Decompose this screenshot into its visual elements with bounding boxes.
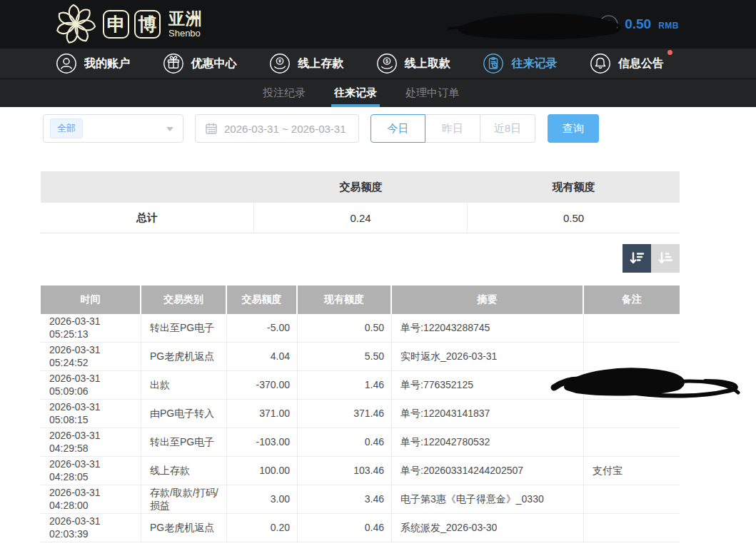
cell-type: 转出至PG电子 — [141, 428, 227, 457]
notification-badge — [667, 50, 672, 55]
balance-area: 0.50 RMB — [598, 0, 679, 49]
nav-item-my-account[interactable]: 我的账户 — [56, 53, 130, 74]
records-icon — [483, 53, 504, 74]
cell-balance: 0.46 — [298, 514, 392, 542]
date-range-input[interactable]: 2026-03-31 ~ 2026-03-31 — [195, 114, 359, 143]
site-logo[interactable]: 申 博 亚洲 Shenbo — [54, 0, 203, 49]
balance-amount: 0.50 — [625, 16, 651, 32]
yesterday-button[interactable]: 昨日 — [425, 114, 480, 143]
summary-header-transaction: 交易额度 — [254, 171, 468, 203]
cell-type: 转出至PG电子 — [141, 314, 227, 343]
transaction-type-select[interactable]: 全部 — [43, 114, 183, 143]
deposit-icon: ¥ — [269, 53, 291, 74]
cell-summary: 单号:122043288745 — [392, 314, 584, 343]
sort-descending-button[interactable] — [623, 244, 651, 273]
today-button[interactable]: 今日 — [371, 114, 425, 143]
cell-time: 2026-03-31 05:25:13 — [41, 314, 141, 343]
cell-type: PG老虎机返点 — [141, 514, 227, 542]
sort-descending-icon — [628, 250, 645, 267]
sort-ascending-icon — [657, 250, 674, 267]
cell-balance: 103.46 — [298, 457, 392, 485]
nav-item-online-deposit[interactable]: ¥ 线上存款 — [269, 53, 343, 74]
top-header-bar: 申 博 亚洲 Shenbo 0.50 RMB — [0, 0, 756, 49]
cell-remark — [584, 485, 680, 514]
summary-total-balance: 0.50 — [468, 203, 680, 233]
cell-amount: 0.20 — [227, 514, 298, 542]
cell-remark — [584, 400, 680, 428]
cell-amount: 4.04 — [227, 343, 298, 371]
tab-pending-orders[interactable]: 处理中订单 — [403, 79, 462, 107]
cell-amount: -103.00 — [227, 428, 298, 457]
balance-currency: RMB — [658, 21, 679, 31]
cell-remark: 支付宝 — [584, 457, 680, 485]
calendar-icon — [205, 122, 218, 135]
nav-item-online-withdrawal[interactable]: $ 线上取款 — [376, 53, 450, 74]
svg-text:¥: ¥ — [278, 59, 281, 64]
column-header-balance: 现有额度 — [298, 285, 392, 314]
bell-icon — [590, 53, 611, 74]
cell-time: 2026-03-31 05:08:15 — [41, 400, 141, 428]
summary-total-transaction: 0.24 — [254, 203, 468, 233]
cell-remark — [584, 343, 680, 371]
column-header-type: 交易类别 — [141, 285, 227, 314]
date-range-value: 2026-03-31 ~ 2026-03-31 — [224, 123, 346, 135]
cell-summary: 实时返水_2026-03-31 — [392, 343, 584, 371]
sub-navigation: 投注纪录 往来记录 处理中订单 — [0, 79, 756, 107]
withdraw-icon: $ — [376, 53, 398, 74]
hidden-account-icon — [488, 16, 508, 36]
cell-summary: 单号:202603314244202507 — [392, 457, 584, 485]
main-navigation: 我的账户 优惠中心 ¥ 线上存款 — [0, 49, 756, 79]
sort-toolbar — [623, 244, 680, 273]
column-header-time: 时间 — [41, 285, 141, 314]
cell-remark — [584, 514, 680, 542]
summary-table: 交易额度 现有额度 总计 0.24 0.50 — [41, 171, 680, 233]
tab-transaction-records[interactable]: 往来记录 — [331, 79, 380, 107]
column-header-amount: 交易额度 — [227, 285, 298, 314]
cell-time: 2026-03-31 04:29:58 — [41, 428, 141, 457]
cell-remark — [584, 314, 680, 343]
svg-text:$: $ — [385, 59, 388, 64]
cell-amount: -5.00 — [227, 314, 298, 343]
cell-time: 2026-03-31 02:03:39 — [41, 514, 141, 542]
nav-item-transaction-records[interactable]: 往来记录 — [483, 53, 557, 74]
selected-type-chip[interactable]: 全部 — [50, 118, 83, 138]
cell-amount: -370.00 — [227, 371, 298, 400]
cell-type: PG老虎机返点 — [141, 343, 227, 371]
cell-type: 存款/取款/打码/损益 — [141, 485, 227, 514]
logo-region-text: 亚洲 Shenbo — [168, 10, 203, 39]
gift-icon — [163, 53, 184, 74]
user-icon — [56, 53, 77, 74]
refresh-balance-icon[interactable] — [598, 14, 619, 35]
nav-item-announcements[interactable]: 信息公告 — [590, 53, 664, 74]
cell-summary: 单号:122043141837 — [392, 400, 584, 428]
cell-time: 2026-03-31 04:28:05 — [41, 457, 141, 485]
cell-balance: 1.46 — [298, 371, 392, 400]
cell-time: 2026-03-31 05:24:52 — [41, 343, 141, 371]
summary-total-label: 总计 — [41, 203, 254, 233]
nav-item-promotions[interactable]: 优惠中心 — [163, 53, 237, 74]
cell-amount: 3.00 — [227, 485, 298, 514]
cell-type: 线上存款 — [141, 457, 227, 485]
cell-time: 2026-03-31 05:09:06 — [41, 371, 141, 400]
transactions-table: 时间 交易类别 交易额度 现有额度 摘要 备注 2026-03-31 05:25… — [41, 285, 680, 542]
quick-date-button-group: 今日 昨日 近8日 — [371, 114, 535, 143]
cell-summary: 单号:776352125 — [392, 371, 584, 400]
cell-remark — [584, 428, 680, 457]
sort-ascending-button[interactable] — [651, 244, 680, 273]
cell-summary: 系统派发_2026-03-30 — [392, 514, 584, 542]
summary-header-balance: 现有额度 — [468, 171, 680, 203]
transaction-records-page: 申 博 亚洲 Shenbo 0.50 RMB 我的账户 — [0, 0, 756, 556]
flower-logo-icon — [54, 3, 98, 46]
last-8-days-button[interactable]: 近8日 — [480, 114, 535, 143]
cell-remark — [584, 371, 680, 400]
search-button[interactable]: 查询 — [548, 114, 599, 143]
cell-summary: 电子第3惠《电子得意金》_0330 — [392, 485, 584, 514]
tab-betting-records[interactable]: 投注纪录 — [260, 79, 308, 107]
chevron-down-icon — [166, 127, 173, 131]
summary-header-empty — [41, 171, 254, 203]
logo-char-box: 申 — [103, 10, 129, 39]
cell-type: 出款 — [141, 371, 227, 400]
cell-time: 2026-03-31 04:28:00 — [41, 485, 141, 514]
column-header-remark: 备注 — [584, 285, 680, 314]
cell-type: 由PG电子转入 — [141, 400, 227, 428]
